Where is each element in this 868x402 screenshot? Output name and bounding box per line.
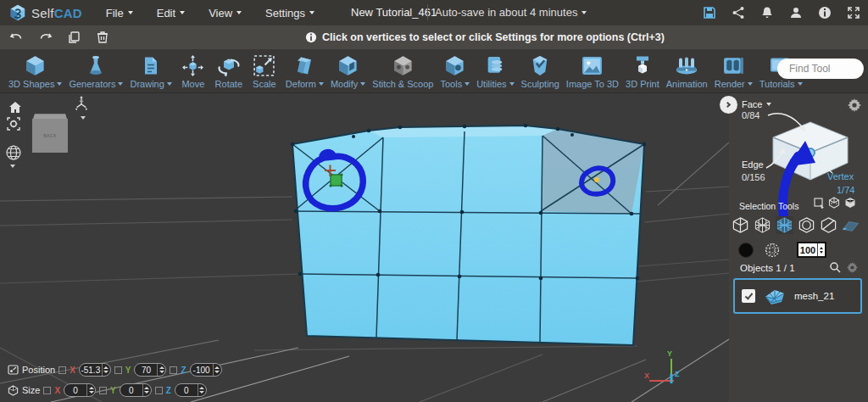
select-vertex-mode-icon-active[interactable]: [776, 216, 793, 234]
view-cube-front[interactable]: BACK: [32, 119, 68, 153]
menu-file[interactable]: File: [94, 7, 145, 20]
tool-rotate[interactable]: Rotate: [214, 53, 243, 89]
select-cut-mode-icon[interactable]: [820, 216, 837, 234]
tool-scale[interactable]: Scale: [250, 53, 279, 89]
chevron-down-icon: [465, 82, 470, 86]
face-mode-selector[interactable]: Face: [742, 99, 771, 109]
tool-render[interactable]: Render: [715, 53, 753, 89]
position-z-field[interactable]: [190, 363, 222, 377]
chevron-down-icon: [236, 11, 242, 14]
brush-sphere-icon[interactable]: [765, 243, 780, 260]
chevron-down-icon[interactable]: [81, 116, 86, 120]
axis-indicator: Y X Z: [644, 349, 680, 383]
info-icon[interactable]: [817, 5, 832, 20]
tool-generators[interactable]: Generators: [69, 53, 123, 89]
fullscreen-icon[interactable]: [846, 5, 861, 20]
tool-animation[interactable]: Animation: [666, 53, 708, 89]
select-soft-mode-icon[interactable]: [798, 216, 815, 234]
position-x-field[interactable]: [79, 363, 111, 377]
tool-drawing[interactable]: Drawing: [130, 53, 171, 89]
frame-capture-icon[interactable]: [5, 115, 22, 132]
tool-modify[interactable]: Modify: [331, 53, 365, 89]
view-cube[interactable]: BACK: [32, 113, 68, 153]
tool-3d-print[interactable]: 3D Print: [626, 53, 659, 89]
position-y-stepper[interactable]: [157, 364, 165, 376]
tool-deform[interactable]: Deform: [286, 53, 324, 89]
position-y-input[interactable]: [135, 366, 157, 375]
globe-icon[interactable]: [5, 144, 22, 161]
opacity-stepper[interactable]: [817, 243, 825, 256]
chevron-down-icon: [180, 11, 185, 14]
size-y-field[interactable]: [120, 383, 152, 397]
search-icon[interactable]: [829, 261, 841, 275]
size-x-input[interactable]: [64, 386, 86, 395]
stitch-scoop-icon: [392, 53, 415, 78]
size-y-stepper[interactable]: [142, 384, 151, 396]
redo-icon[interactable]: [37, 30, 53, 45]
size-x-field[interactable]: [64, 383, 96, 397]
position-y-checkbox[interactable]: [114, 366, 122, 374]
tool-move[interactable]: Move: [179, 53, 208, 89]
home-icon[interactable]: [7, 98, 24, 115]
position-x-checkbox[interactable]: [58, 366, 66, 374]
tool-stitch-scoop[interactable]: Stitch & Scoop: [372, 53, 433, 89]
size-z-checkbox[interactable]: [155, 387, 163, 394]
color-swatch[interactable]: [738, 243, 754, 258]
position-z-input[interactable]: [191, 366, 213, 375]
image-to-3d-icon: [581, 53, 604, 78]
undo-icon[interactable]: [8, 30, 24, 45]
size-z-field[interactable]: [175, 383, 207, 397]
position-label: Position: [22, 365, 55, 375]
gear-icon[interactable]: [847, 262, 858, 275]
chevron-down-icon: [360, 82, 365, 86]
panel-collapse-button[interactable]: [720, 96, 737, 114]
share-icon[interactable]: [731, 5, 746, 20]
size-x-stepper[interactable]: [86, 384, 95, 396]
bell-icon[interactable]: [760, 5, 775, 20]
cube-faces-icon[interactable]: [828, 197, 840, 209]
size-z-stepper[interactable]: [198, 384, 206, 396]
autosave-status[interactable]: Auto-save in about 4 minutes: [435, 6, 587, 19]
menu-view[interactable]: View: [197, 7, 253, 20]
position-z-checkbox[interactable]: [170, 366, 177, 374]
highlighted-vertex[interactable]: [594, 177, 599, 182]
position-x-stepper[interactable]: [102, 364, 110, 376]
save-icon[interactable]: [702, 5, 717, 20]
user-icon[interactable]: [788, 5, 804, 20]
object-checkbox-checked[interactable]: [742, 289, 755, 303]
selfcad-logo[interactable]: SelfCAD: [0, 3, 94, 22]
viewport-3d[interactable]: Y X Z BACK Position: [0, 93, 729, 402]
cube-solid-icon[interactable]: [844, 197, 856, 209]
lasso-select-icon[interactable]: [842, 216, 860, 234]
size-y-input[interactable]: [120, 386, 142, 395]
menu-edit[interactable]: Edit: [145, 7, 197, 20]
axis-widget-icon[interactable]: [73, 95, 90, 112]
chevron-down-icon[interactable]: [10, 165, 15, 168]
marquee-select-icon[interactable]: [813, 197, 825, 209]
menu-settings[interactable]: Settings: [253, 7, 326, 20]
opacity-field[interactable]: [797, 242, 826, 258]
find-tool-input[interactable]: [777, 59, 864, 79]
3d-shapes-icon: [24, 53, 47, 78]
chevron-down-icon: [509, 82, 515, 86]
selfcad-logo-icon: [8, 3, 27, 22]
position-z-stepper[interactable]: [213, 364, 221, 376]
opacity-input[interactable]: [798, 245, 817, 255]
object-list-item-mesh21[interactable]: mesh_21: [733, 278, 862, 314]
tool-3d-shapes[interactable]: 3D Shapes: [8, 53, 62, 89]
size-z-input[interactable]: [175, 386, 198, 395]
trash-icon[interactable]: [95, 30, 110, 45]
copy-icon[interactable]: [66, 30, 81, 45]
select-mesh-mode-icon[interactable]: [754, 216, 771, 234]
size-x-checkbox[interactable]: [43, 387, 51, 394]
tool-utilities[interactable]: Utilities: [476, 53, 514, 89]
size-y-checkbox[interactable]: [99, 387, 107, 394]
tool-image-to-3d[interactable]: Image To 3D: [566, 53, 619, 89]
tool-sculpting[interactable]: Sculpting: [521, 53, 559, 89]
position-x-input[interactable]: [80, 366, 102, 375]
objects-count-label: Objects 1 / 1: [740, 263, 795, 273]
chevron-down-icon: [57, 82, 62, 86]
select-object-mode-icon[interactable]: [732, 216, 749, 234]
position-y-field[interactable]: [134, 363, 166, 377]
tool-tools[interactable]: Tools: [440, 53, 470, 89]
